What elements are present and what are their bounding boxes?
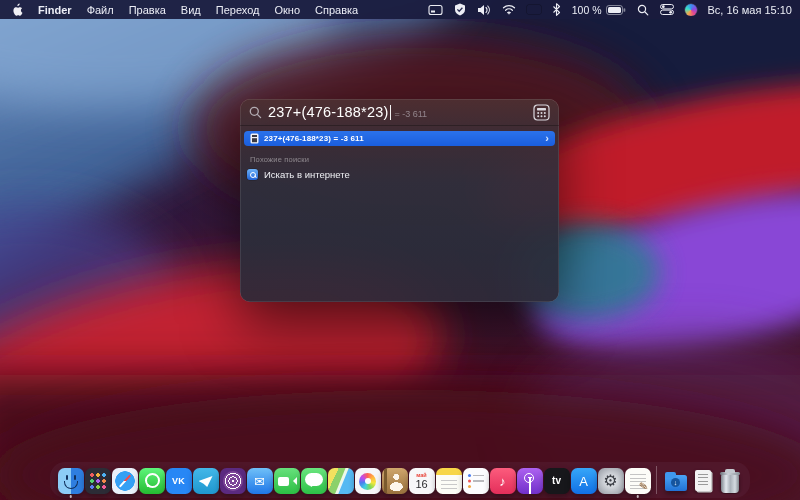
maps-icon [328,468,354,494]
dock-item-system-preferences[interactable]: ⚙ [597,468,624,494]
app-store-icon: A [571,468,597,494]
mail-icon: ✉ [247,468,273,494]
dock-item-music[interactable]: ♪ [489,468,516,494]
siri-icon[interactable] [685,4,697,16]
dock-item-appstore[interactable]: A [570,468,597,494]
chevron-right-icon: › [545,133,549,145]
calendar-icon: май16 [409,468,435,494]
dock-item-calendar[interactable]: май16 [408,468,435,494]
photos-icon [355,468,381,494]
web-search-label: Искать в интернете [264,169,350,180]
dock-item-vk[interactable]: VK [165,468,192,494]
menu-bar: Finder Файл Правка Вид Переход Окно Спра… [0,0,800,19]
tv-label: tv [552,476,561,486]
dock-item-contacts[interactable] [381,468,408,494]
battery-indicator[interactable]: 100 % [572,4,626,16]
whatsapp-icon [139,468,165,494]
launchpad-icon [85,468,111,494]
menu-item-finder[interactable]: Finder [38,4,72,16]
spotlight-icon[interactable] [637,0,649,19]
spotlight-search-field[interactable]: 237+(476-188*23) = -3 611 [240,99,559,125]
messages-icon [301,468,327,494]
web-search-icon [247,169,258,180]
gear-glyph: ⚙ [603,473,617,489]
podcasts-icon [517,468,543,494]
menubar-clock[interactable]: Вс, 16 мая 15:10 [708,4,792,16]
dock-item-mail[interactable]: ✉ [246,468,273,494]
contacts-icon [382,468,408,494]
spotlight-window: 237+(476-188*23) = -3 611 237+(476-188*2… [240,99,559,302]
bluetooth-icon[interactable] [552,0,561,19]
dock-divider [651,466,662,494]
battery-percent: 100 % [572,4,602,16]
documents-icon [690,468,716,494]
appstore-label: A [579,475,588,488]
text-caret [390,105,391,120]
running-indicator [69,495,72,498]
dock-item-telegram[interactable] [192,468,219,494]
facetime-icon [274,468,300,494]
web-search-row[interactable]: Искать в интернете [247,169,552,180]
dock-item-appletv[interactable]: tv [543,468,570,494]
note-glyph: ♪ [499,475,506,488]
telegram-icon [193,468,219,494]
search-query-text: 237+(476-188*23) [268,104,389,120]
dock-item-launchpad[interactable] [84,468,111,494]
menu-item-help[interactable]: Справка [315,4,358,16]
control-center-icon[interactable] [660,0,674,19]
section-header: Похожие поиски [250,155,549,164]
vk-label: VK [172,477,185,486]
menu-item-go[interactable]: Переход [216,4,260,16]
dock-item-downloads[interactable]: ↓ [662,468,689,494]
downloads-folder-icon: ↓ [663,468,689,494]
display-icon[interactable] [428,0,443,19]
dock-item-textedit[interactable]: ✎ [624,468,651,494]
menu-item-window[interactable]: Окно [274,4,300,16]
calculator-result-row[interactable]: 237+(476-188*23) = -3 611 › [244,131,555,146]
dock-item-finder[interactable] [57,468,84,494]
envelope-glyph: ✉ [254,475,265,488]
vk-icon: VK [166,468,192,494]
menu-item-file[interactable]: Файл [87,4,114,16]
textedit-icon: ✎ [625,468,651,494]
dock-item-safari[interactable] [111,468,138,494]
tor-browser-icon [220,468,246,494]
shield-icon[interactable] [454,0,466,19]
music-icon: ♪ [490,468,516,494]
volume-icon[interactable] [477,0,491,19]
calculator-mini-icon [250,133,259,144]
search-icon [249,106,262,119]
calendar-day: 16 [415,479,427,490]
dock-item-messages[interactable] [300,468,327,494]
menu-item-view[interactable]: Вид [181,4,201,16]
dock-item-facetime[interactable] [273,468,300,494]
dock-item-reminders[interactable] [462,468,489,494]
running-indicator [636,495,639,498]
trash-icon [717,468,743,494]
notes-icon [436,468,462,494]
dock-item-maps[interactable] [327,468,354,494]
apple-menu-icon[interactable] [11,3,23,17]
calculator-icon [533,104,550,121]
dock-item-whatsapp[interactable] [138,468,165,494]
menu-item-edit[interactable]: Правка [129,4,166,16]
reminders-icon [463,468,489,494]
gear-icon: ⚙ [598,468,624,494]
dock-item-photos[interactable] [354,468,381,494]
dock-item-documents[interactable] [689,468,716,494]
pencil-glyph: ✎ [638,480,649,492]
finder-icon [58,468,84,494]
wifi-icon[interactable] [502,0,516,19]
dock-item-notes[interactable] [435,468,462,494]
safari-icon [112,468,138,494]
download-arrow-glyph: ↓ [671,478,680,487]
battery-icon [606,5,626,15]
inline-calculation-result: = -3 611 [395,106,428,119]
trash-crumple [725,469,735,473]
dock-item-podcasts[interactable] [516,468,543,494]
dock: VK ✉ май16 ♪ tv A ⚙ ✎ ↓ [50,462,750,498]
input-language-flag-ru-icon[interactable] [527,5,541,14]
dock-item-trash[interactable] [716,468,743,494]
calculator-result-text: 237+(476-188*23) = -3 611 [264,134,364,143]
dock-item-tor[interactable] [219,468,246,494]
